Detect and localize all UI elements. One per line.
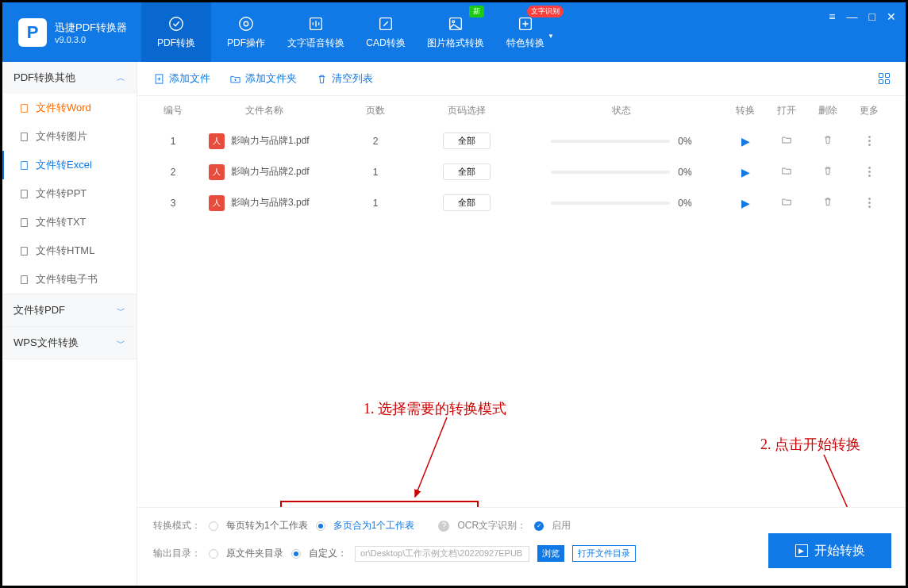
col-page-select: 页码选择 <box>415 104 518 117</box>
sidebar-item-excel[interactable]: 文件转Excel <box>2 151 137 179</box>
sidebar-item-html[interactable]: 文件转HTML <box>2 236 137 265</box>
radio-mode-per-page[interactable] <box>209 521 218 531</box>
nav-tab-pdf-convert[interactable]: PDF转换 <box>141 2 211 62</box>
sidebar-item-label: 文件转HTML <box>36 244 94 258</box>
row-index: 2 <box>153 167 193 178</box>
view-grid-icon[interactable] <box>879 73 890 84</box>
audio-icon <box>306 14 325 33</box>
svg-point-0 <box>170 17 183 31</box>
sidebar-item-label: 文件转TXT <box>36 215 87 229</box>
progress-bar <box>551 171 670 174</box>
delete-icon[interactable] <box>822 136 833 148</box>
convert-play-icon[interactable]: ▶ <box>741 197 750 209</box>
content-area: 添加文件 添加文件夹 清空列表 编号 文件名称 页数 页码选择 状态 转换 打开… <box>137 62 906 586</box>
app-version: v9.0.3.0 <box>55 35 127 44</box>
cad-icon <box>376 14 395 33</box>
col-status: 状态 <box>518 104 725 117</box>
row-status: 0% <box>518 198 725 209</box>
tool-btn-label: 清空列表 <box>332 71 373 86</box>
chevron-down-icon: ▼ <box>548 33 554 40</box>
nav-tab-pdf-operate[interactable]: PDF操作 <box>211 2 281 62</box>
clear-list-button[interactable]: 清空列表 <box>316 71 373 86</box>
menu-icon[interactable]: ≡ <box>829 10 835 23</box>
nav-tab-text-voice[interactable]: 文字语音转换 <box>281 2 351 62</box>
close-icon[interactable]: ✕ <box>887 10 896 23</box>
progress-bar <box>551 140 670 143</box>
open-folder-icon[interactable] <box>781 198 792 209</box>
maximize-icon[interactable]: □ <box>869 10 875 23</box>
nav-tab-label: 文字语音转换 <box>287 37 344 50</box>
sidebar-section-wps[interactable]: WPS文件转换 ﹀ <box>2 327 137 359</box>
folder-plus-icon <box>229 73 241 85</box>
sidebar-item-ebook[interactable]: 文件转电子书 <box>2 265 137 294</box>
sidebar-item-word[interactable]: 文件转Word <box>2 94 137 122</box>
radio-mode-merge[interactable] <box>316 521 325 531</box>
sidebar-section-label: PDF转换其他 <box>13 71 75 85</box>
sidebar-section-label: 文件转PDF <box>13 303 65 317</box>
sidebar-item-label: 文件转电子书 <box>36 272 98 286</box>
pdf-icon: 人 <box>209 195 225 211</box>
mode-opt-label[interactable]: 每页转为1个工作表 <box>226 519 308 532</box>
svg-point-2 <box>240 17 253 31</box>
logo-area: P 迅捷PDF转换器 v9.0.3.0 <box>2 18 141 47</box>
col-open: 打开 <box>766 104 807 117</box>
progress-text: 0% <box>678 198 691 209</box>
row-status: 0% <box>518 167 725 178</box>
page-select-button[interactable]: 全部 <box>443 194 491 211</box>
radio-out-original[interactable] <box>209 549 218 559</box>
sidebar-section-pdf-to-other[interactable]: PDF转换其他 ︿ <box>2 62 137 94</box>
badge-new: 新 <box>469 6 484 17</box>
ocr-enable-label: 启用 <box>552 519 571 532</box>
convert-play-icon[interactable]: ▶ <box>741 166 750 179</box>
sidebar-item-ppt[interactable]: 文件转PPT <box>2 179 137 208</box>
file-icon <box>18 217 29 228</box>
app-logo-icon: P <box>18 18 47 47</box>
svg-rect-13 <box>21 247 27 255</box>
chevron-down-icon: ﹀ <box>117 305 125 317</box>
add-folder-button[interactable]: 添加文件夹 <box>229 71 297 86</box>
table-row: 1 人 影响力与品牌1.pdf 2 全部 0% ▶ <box>137 125 906 156</box>
nav-tabs: PDF转换 PDF操作 文字语音转换 CAD转换 新 图片格式转换 文字识别 特… <box>141 2 560 62</box>
nav-tab-cad[interactable]: CAD转换 <box>351 2 421 62</box>
row-filename: 人 影响力与品牌1.pdf <box>193 133 336 149</box>
table-row: 2 人 影响力与品牌2.pdf 1 全部 0% ▶ <box>137 156 906 187</box>
mode-label: 转换模式： <box>153 519 201 532</box>
svg-rect-8 <box>21 104 27 112</box>
add-file-button[interactable]: 添加文件 <box>153 71 210 86</box>
delete-icon[interactable] <box>822 198 833 209</box>
table-row: 3 人 影响力与品牌3.pdf 1 全部 0% ▶ <box>137 187 906 218</box>
col-pages: 页数 <box>336 104 415 117</box>
out-opt-label[interactable]: 自定义： <box>309 547 347 560</box>
convert-play-icon[interactable]: ▶ <box>741 135 750 148</box>
open-folder-button[interactable]: 打开文件目录 <box>572 545 636 562</box>
sidebar-section-file-to-pdf[interactable]: 文件转PDF ﹀ <box>2 294 137 326</box>
file-icon <box>18 131 29 142</box>
page-select-button[interactable]: 全部 <box>443 133 491 149</box>
more-icon[interactable] <box>848 167 890 177</box>
more-icon[interactable] <box>848 198 890 208</box>
more-icon[interactable] <box>848 136 890 146</box>
browse-button[interactable]: 浏览 <box>537 545 564 562</box>
help-icon[interactable]: ? <box>438 521 449 532</box>
open-folder-icon[interactable] <box>781 167 792 179</box>
bottom-panel: 转换模式： 每页转为1个工作表 多页合为1个工作表 ? OCR文字识别： ✓ 启… <box>137 507 906 586</box>
page-select-button[interactable]: 全部 <box>443 163 491 180</box>
ocr-checkbox[interactable]: ✓ <box>534 521 544 531</box>
open-folder-icon[interactable] <box>781 136 792 148</box>
progress-text: 0% <box>678 136 691 147</box>
out-opt-label[interactable]: 原文件夹目录 <box>226 547 283 560</box>
nav-tab-special[interactable]: 文字识别 特色转换 ▼ <box>491 2 560 62</box>
sidebar-item-image[interactable]: 文件转图片 <box>2 122 137 151</box>
minimize-icon[interactable]: — <box>847 10 858 23</box>
radio-out-custom[interactable] <box>291 549 301 559</box>
sidebar-item-label: 文件转图片 <box>36 129 87 144</box>
output-path-input[interactable] <box>355 546 529 562</box>
sidebar-item-txt[interactable]: 文件转TXT <box>2 208 137 236</box>
mode-opt-label[interactable]: 多页合为1个工作表 <box>333 519 415 532</box>
nav-tab-image[interactable]: 新 图片格式转换 <box>421 2 491 62</box>
delete-icon[interactable] <box>822 167 833 179</box>
badge-ocr: 文字识别 <box>527 6 564 17</box>
start-convert-button[interactable]: ▶ 开始转换 <box>768 533 891 568</box>
tool-btn-label: 添加文件 <box>169 71 210 86</box>
sidebar-item-label: 文件转Excel <box>36 158 92 172</box>
